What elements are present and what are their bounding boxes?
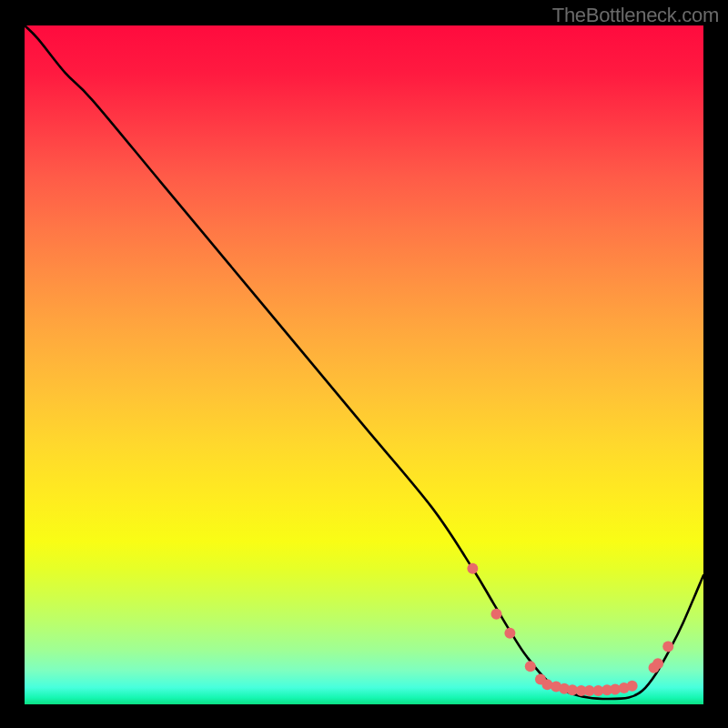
chart-gradient-background — [25, 25, 703, 704]
chart-plot-area — [25, 25, 703, 704]
attribution-text: TheBottleneck.com — [552, 4, 719, 27]
